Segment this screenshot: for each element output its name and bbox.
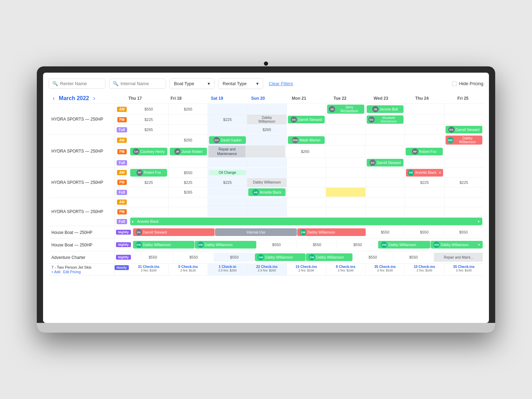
boat-type-dropdown[interactable]: Boat Type ▾ <box>169 78 215 89</box>
cell[interactable]: $265 <box>129 125 168 134</box>
booking-courtney[interactable]: CH Courtney Henry <box>130 148 167 155</box>
cell[interactable] <box>444 146 483 157</box>
cell-oil[interactable]: Oil Change <box>208 168 247 177</box>
prev-month-button[interactable]: ‹ <box>51 95 56 102</box>
booking-elizabeth[interactable]: EG Elizabeth Gimmerson <box>367 115 404 124</box>
cell[interactable] <box>444 168 483 177</box>
booking-dabby-adv2[interactable]: DW Dabby Williamson <box>306 253 352 261</box>
cell[interactable] <box>129 207 168 217</box>
cell[interactable] <box>444 198 483 207</box>
cell[interactable] <box>168 158 208 167</box>
booking-dabby-hb[interactable]: DW Dabby Williamson <box>297 228 366 236</box>
cell[interactable]: DabbyWilliamson <box>247 115 286 124</box>
cell[interactable] <box>129 188 168 197</box>
cell[interactable]: $550 <box>129 104 168 114</box>
booking-jerry[interactable]: JR Jerry Richardson <box>327 105 364 114</box>
checkins-day-7[interactable]: 35 Check-ins 2 hrs: $100 <box>366 264 405 275</box>
cell[interactable]: $225 <box>208 115 247 124</box>
cell[interactable] <box>326 125 365 134</box>
booking-jerome[interactable]: JB Jerome Bell <box>367 105 404 113</box>
booking-dabby-hb2b[interactable]: DW Dabby Williamson <box>195 241 256 249</box>
booking-dabby-hb2c[interactable]: DW Dabby Williamson <box>378 241 430 249</box>
booking-robert2[interactable]: RF Robert Fox <box>130 169 167 177</box>
cell[interactable] <box>247 158 286 167</box>
cell[interactable]: Repair and Maint... <box>434 253 483 262</box>
internal-search-wrap[interactable]: 🔍 <box>109 79 166 89</box>
checkins-day-6[interactable]: 8 Check-ins 2 hrs: $100 <box>326 264 365 275</box>
add-link[interactable]: + Add <box>51 270 60 274</box>
cell[interactable] <box>326 178 365 187</box>
cell[interactable]: $265 <box>247 125 286 134</box>
cell[interactable] <box>168 207 208 217</box>
booking-dabby-adv[interactable]: DW Dabby Williamson <box>255 253 306 261</box>
checkins-day-9[interactable]: 35 Check-ins 2 hrs: $100 <box>444 264 483 275</box>
cell[interactable] <box>168 125 208 134</box>
cell[interactable] <box>287 198 326 207</box>
cell[interactable] <box>405 188 444 197</box>
cell[interactable] <box>168 115 208 124</box>
booking-robert-fox[interactable]: RF Robert Fox <box>406 148 443 155</box>
cell[interactable] <box>287 188 326 197</box>
cell[interactable] <box>444 115 483 124</box>
edit-pricing-link[interactable]: Edit Pricing <box>63 270 81 274</box>
checkins-day-4[interactable]: 22 Check-ins 2.5 hrs: $200 <box>247 264 286 275</box>
cell[interactable]: $550 <box>297 240 338 249</box>
cell[interactable]: $550 <box>405 228 444 237</box>
cell[interactable] <box>444 104 483 114</box>
booking-dabby-hb2d[interactable]: DW Dabby Williamson ● <box>431 241 483 249</box>
cell[interactable]: $550 <box>214 253 255 262</box>
booking-junior[interactable]: JR Junior Robert <box>170 148 207 155</box>
cell[interactable] <box>405 125 444 134</box>
cell[interactable] <box>287 104 326 114</box>
cell[interactable] <box>366 178 405 187</box>
cell[interactable] <box>208 125 247 134</box>
cell[interactable] <box>366 188 405 197</box>
cell[interactable]: $225 <box>405 178 444 187</box>
rental-type-dropdown[interactable]: Rental Type ▾ <box>218 78 263 89</box>
cell[interactable] <box>405 115 444 124</box>
cell[interactable]: Dabby Williamson <box>247 178 286 187</box>
booking-darrell2[interactable]: DS Darrell Steward <box>446 126 482 133</box>
cell[interactable] <box>247 207 286 217</box>
cell[interactable] <box>247 135 286 145</box>
cell[interactable] <box>208 198 247 207</box>
cell[interactable]: $225 <box>168 178 208 187</box>
cell[interactable]: WW Wade Warren <box>287 135 326 145</box>
cell[interactable]: $225 <box>129 178 168 187</box>
cell[interactable] <box>247 104 286 114</box>
cell[interactable] <box>208 188 247 197</box>
cell[interactable] <box>405 135 444 145</box>
cell[interactable]: DS Darrell Steward <box>366 158 405 167</box>
cell[interactable]: AB Annette Black <box>247 188 286 197</box>
cell[interactable]: $550 <box>393 253 434 262</box>
cell[interactable] <box>129 158 168 167</box>
cell[interactable] <box>287 168 326 177</box>
cell[interactable] <box>287 207 326 217</box>
cell[interactable]: DW Dabby Williamson <box>444 135 483 145</box>
checkins-day-8[interactable]: 10 Check-ins 2 hrs: $100 <box>405 264 444 275</box>
cell[interactable]: JR Junior Robert <box>169 146 208 157</box>
checkins-day-1[interactable]: 31 Check-ins 2 hrs: $100 <box>129 264 168 275</box>
booking-david[interactable]: DG David Gaskin <box>209 136 246 144</box>
cell[interactable] <box>366 135 405 145</box>
cell[interactable] <box>325 146 365 157</box>
booking-dabby-hb2a[interactable]: DW Dabby Williamson <box>133 241 194 249</box>
cell[interactable] <box>326 115 365 124</box>
internal-search-input[interactable] <box>120 81 162 86</box>
cell[interactable]: $550 <box>257 240 297 249</box>
cell[interactable] <box>208 207 247 217</box>
booking-darrell-hb[interactable]: DS Darrell Steward <box>133 228 215 236</box>
cell[interactable]: $265 <box>168 188 208 197</box>
cell[interactable]: $225 <box>444 178 483 187</box>
booking-dabby-red[interactable]: DW Dabby Williamson <box>446 136 482 145</box>
booking-darrell3[interactable]: DS Darrell Steward <box>367 159 404 166</box>
renter-search-wrap[interactable]: 🔍 <box>49 79 106 89</box>
cell[interactable]: RF Robert Fox <box>129 168 168 177</box>
cell[interactable]: AB Annette Black ✕ <box>405 168 444 177</box>
cell[interactable] <box>129 198 168 207</box>
cell[interactable]: DS Darrell Steward <box>444 125 483 134</box>
cell[interactable] <box>444 158 483 167</box>
cell[interactable] <box>287 178 326 187</box>
booking-wade[interactable]: WW Wade Warren <box>288 136 325 144</box>
checkins-day-2[interactable]: 0 Check-ins 2 hrs: $120 <box>168 264 208 275</box>
